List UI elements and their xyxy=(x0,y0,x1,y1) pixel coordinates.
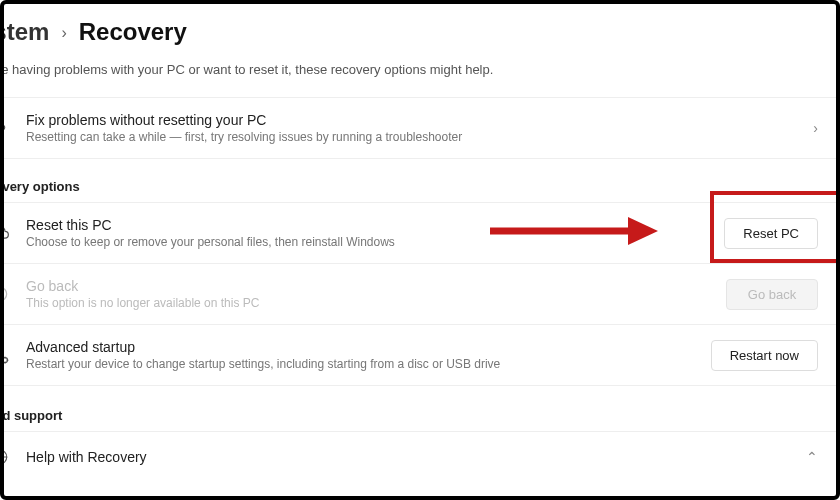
reset-this-pc-card: Reset this PC Choose to keep or remove y… xyxy=(0,202,836,264)
reset-this-pc-desc: Choose to keep or remove your personal f… xyxy=(26,235,710,249)
breadcrumb-current: Recovery xyxy=(79,18,187,46)
reset-this-pc-title: Reset this PC xyxy=(26,217,710,233)
go-back-button: Go back xyxy=(726,279,818,310)
go-back-desc: This option is no longer available on th… xyxy=(26,296,712,310)
breadcrumb: ystem › Recovery xyxy=(0,4,836,54)
cloud-reset-icon xyxy=(0,223,12,243)
advanced-startup-desc: Restart your device to change startup se… xyxy=(26,357,697,371)
help-with-recovery-title: Help with Recovery xyxy=(26,449,147,465)
intro-text: ou're having problems with your PC or wa… xyxy=(0,54,836,97)
fix-problems-title: Fix problems without resetting your PC xyxy=(26,112,799,128)
power-settings-icon xyxy=(0,345,12,365)
chevron-up-icon: ⌃ xyxy=(806,449,818,465)
restart-now-button[interactable]: Restart now xyxy=(711,340,818,371)
svg-point-2 xyxy=(0,287,7,300)
chevron-right-icon: › xyxy=(61,24,66,42)
advanced-startup-title: Advanced startup xyxy=(26,339,697,355)
wrench-icon xyxy=(0,119,12,137)
fix-problems-card[interactable]: Fix problems without resetting your PC R… xyxy=(0,97,836,159)
go-back-card: Go back This option is no longer availab… xyxy=(0,264,836,325)
svg-point-3 xyxy=(0,350,3,360)
fix-problems-desc: Resetting can take a while — first, try … xyxy=(26,130,799,144)
chevron-right-icon: › xyxy=(813,120,818,136)
globe-icon xyxy=(0,448,12,466)
recovery-options-label: ecovery options xyxy=(0,159,836,202)
reset-pc-button[interactable]: Reset PC xyxy=(724,218,818,249)
related-support-label: lated support xyxy=(0,386,836,431)
advanced-startup-card: Advanced startup Restart your device to … xyxy=(0,325,836,386)
history-icon xyxy=(0,284,12,304)
help-with-recovery-card[interactable]: Help with Recovery ⌃ xyxy=(0,431,836,482)
go-back-title: Go back xyxy=(26,278,712,294)
breadcrumb-parent[interactable]: ystem xyxy=(0,18,49,46)
